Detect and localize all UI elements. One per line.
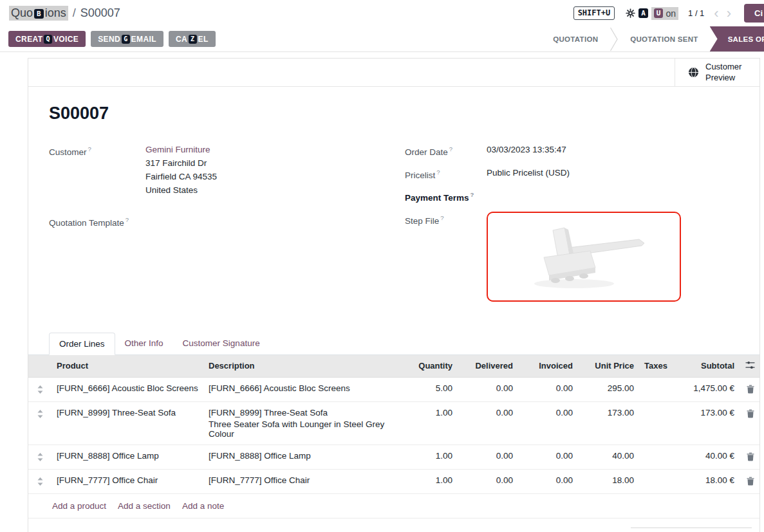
add-note-link[interactable]: Add a note (182, 501, 224, 511)
invoiced-column-header: Invoiced (518, 355, 578, 378)
create-invoice-button[interactable]: CREATQVOICE (8, 31, 86, 47)
drag-handle[interactable] (28, 402, 51, 445)
cancel-button[interactable]: CAZEL (169, 31, 216, 47)
quantity-cell[interactable]: 1.00 (400, 445, 458, 470)
table-header-row: Product Description Quantity Delivered I… (28, 355, 760, 378)
description-cell[interactable]: [FURN_8888] Office Lamp (203, 445, 400, 470)
tab-other-info[interactable]: Other Info (115, 333, 173, 354)
delete-line-button[interactable] (740, 445, 760, 470)
drag-handle[interactable] (28, 378, 51, 402)
taxes-cell[interactable] (639, 378, 668, 402)
product-column-header: Product (51, 355, 203, 378)
field-group-left: Customer? Gemini Furniture 317 Fairchild… (49, 143, 405, 309)
drag-handle-icon (37, 453, 43, 461)
subtotal-cell: 18.00 € (668, 470, 740, 494)
pager-previous-button[interactable]: ‹ (711, 7, 722, 20)
unit-price-cell[interactable]: 173.00 (578, 402, 639, 445)
customer-link[interactable]: Gemini Furniture (145, 145, 210, 154)
field-group-right: Order Date? 03/03/2023 13:35:47 Pricelis… (405, 143, 681, 309)
delete-line-button[interactable] (740, 402, 760, 445)
order-line-row[interactable]: [FURN_7777] Office Chair [FURN_7777] Off… (28, 470, 760, 494)
order-line-row[interactable]: [FURN_8999] Three-Seat Sofa [FURN_8999] … (28, 402, 760, 445)
invoiced-cell[interactable]: 0.00 (518, 402, 578, 445)
taxes-cell[interactable] (639, 402, 668, 445)
subtotal-cell: 40.00 € (668, 445, 740, 470)
subtotal-cell: 173.00 € (668, 402, 740, 445)
step-file-label: Step File? (405, 212, 487, 302)
drag-handle[interactable] (28, 445, 51, 470)
taxes-cell[interactable] (639, 445, 668, 470)
terms-placeholder[interactable]: Terms and conditions... (52, 527, 142, 532)
breadcrumb-parent-link[interactable]: QuoBions (9, 6, 68, 21)
taxes-cell[interactable] (639, 470, 668, 494)
order-date-label: Order Date? (405, 143, 487, 158)
sheet-top-strip: Customer Preview (28, 59, 759, 87)
customer-field-value: Gemini Furniture 317 Fairchild Dr Fairfi… (145, 143, 217, 197)
status-step-quotation[interactable]: QUOTATION (541, 26, 610, 51)
quantity-cell[interactable]: 5.00 (400, 378, 458, 402)
delivered-cell[interactable]: 0.00 (458, 445, 518, 470)
tab-customer-signature[interactable]: Customer Signature (173, 333, 270, 354)
delivered-cell[interactable]: 0.00 (458, 470, 518, 494)
statusbar: QUOTATION QUOTATION SENT SALES ORDER (541, 26, 764, 51)
unit-price-cell[interactable]: 295.00 (578, 378, 639, 402)
status-step-sales-order[interactable]: SALES ORDER (710, 26, 764, 51)
product-cell[interactable]: [FURN_8999] Three-Seat Sofa (51, 402, 203, 445)
order-line-row[interactable]: [FURN_6666] Acoustic Bloc Screens [FURN_… (28, 378, 760, 402)
customer-preview-label: Customer Preview (705, 62, 747, 84)
tab-order-lines[interactable]: Order Lines (49, 333, 115, 355)
form-sheet: Customer Preview S00007 Customer? Gemini… (28, 58, 760, 532)
customer-preview-button[interactable]: Customer Preview (675, 59, 759, 86)
trash-icon (747, 409, 754, 418)
handle-column-header (28, 355, 51, 378)
help-icon: ? (436, 169, 440, 176)
product-cell[interactable]: [FURN_7777] Office Chair (51, 470, 203, 494)
pager-next-button[interactable]: › (723, 7, 734, 20)
quotation-template-label: Quotation Template? (49, 214, 145, 229)
delete-line-button[interactable] (740, 470, 760, 494)
unit-price-cell[interactable]: 18.00 (578, 470, 639, 494)
unit-price-cell[interactable]: 40.00 (578, 445, 639, 470)
drag-handle-icon (37, 410, 43, 418)
status-step-quotation-sent[interactable]: QUOTATION SENT (619, 26, 709, 51)
quantity-cell[interactable]: 1.00 (400, 402, 458, 445)
order-line-row[interactable]: [FURN_8888] Office Lamp [FURN_8888] Offi… (28, 445, 760, 470)
optional-columns-button[interactable] (740, 355, 760, 378)
description-cell[interactable]: [FURN_6666] Acoustic Bloc Screens (203, 378, 400, 402)
invoiced-cell[interactable]: 0.00 (518, 470, 578, 494)
invoiced-cell[interactable]: 0.00 (518, 378, 578, 402)
pricelist-value[interactable]: Public Pricelist (USD) (487, 166, 570, 181)
action-menu-button[interactable]: A Uon (626, 7, 678, 20)
delivered-cell[interactable]: 0.00 (458, 378, 518, 402)
send-email-button[interactable]: SENDGEMAIL (91, 31, 163, 47)
trash-icon (747, 477, 754, 486)
product-cell[interactable]: [FURN_8888] Office Lamp (51, 445, 203, 470)
keyboard-hint-b: B (34, 9, 44, 19)
customer-address-line: Fairfield CA 94535 (145, 170, 217, 183)
top-navbar: QuoBions / S00007 SHIFT+U A (0, 0, 764, 26)
description-cell[interactable]: [FURN_8999] Three-Seat Sofa Three Seater… (203, 402, 400, 445)
quantity-cell[interactable]: 1.00 (400, 470, 458, 494)
sheet-bottom: Terms and conditions... Total: 1,706.00 … (28, 518, 759, 532)
corner-button[interactable]: Ci (744, 4, 764, 23)
trash-icon (747, 385, 754, 394)
add-section-link[interactable]: Add a section (118, 501, 171, 511)
keyboard-hint-g: G (122, 35, 129, 44)
product-cell[interactable]: [FURN_6666] Acoustic Bloc Screens (51, 378, 203, 402)
drag-handle-icon (37, 477, 43, 486)
breadcrumb: QuoBions / S00007 (9, 6, 120, 21)
action-label-fragment: Uon (651, 7, 678, 20)
step-file-image[interactable] (487, 212, 681, 302)
drag-handle[interactable] (28, 470, 51, 494)
description-cell[interactable]: [FURN_7777] Office Chair (203, 470, 400, 494)
order-date-value[interactable]: 03/03/2023 13:35:47 (487, 143, 566, 158)
delete-line-button[interactable] (740, 378, 760, 402)
control-panel: CREATQVOICE SENDGEMAIL CAZEL QUOTATION Q… (0, 26, 764, 52)
keyboard-hint-q: Q (44, 35, 51, 44)
add-product-link[interactable]: Add a product (52, 501, 106, 511)
field-groups: Customer? Gemini Furniture 317 Fairchild… (28, 143, 759, 309)
invoiced-cell[interactable]: 0.00 (518, 445, 578, 470)
keyboard-hint-u: U (654, 8, 664, 18)
delivered-cell[interactable]: 0.00 (458, 402, 518, 445)
trash-icon (747, 452, 754, 461)
